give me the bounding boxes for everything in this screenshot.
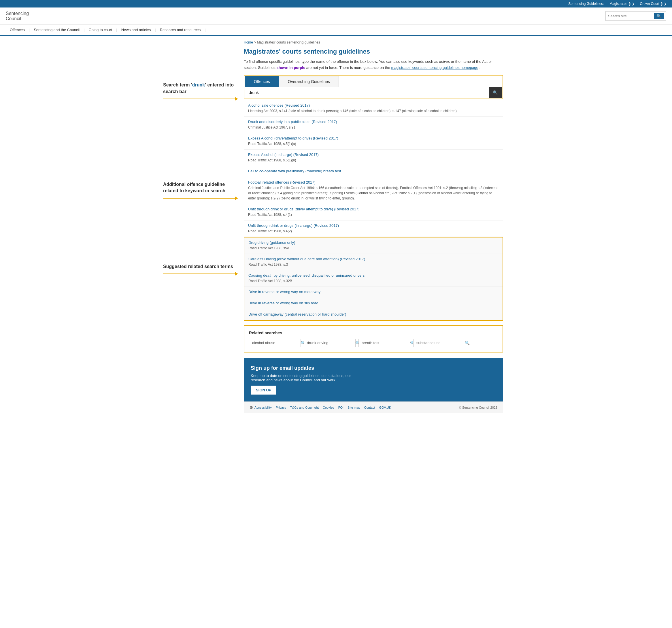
add-offence-desc-2: Road Traffic Act 1988, s.3 bbox=[248, 262, 499, 267]
breadcrumb: Home > Magistrates' courts sentencing gu… bbox=[244, 40, 503, 44]
related-item-4: 🔍 bbox=[413, 339, 465, 347]
offence-desc-3: Road Traffic Act 1988, s.5(1)(a) bbox=[248, 141, 499, 146]
offence-item-3: Excess Alcohol (drive/attempt to drive) … bbox=[244, 133, 503, 150]
footer-cookies[interactable]: Cookies bbox=[323, 406, 334, 409]
offence-link-7[interactable]: Unfit through drink or drugs (drive/ att… bbox=[248, 207, 499, 211]
site-search-button[interactable]: 🔍 bbox=[654, 13, 664, 19]
intro-period: . bbox=[479, 66, 480, 70]
footer-foi[interactable]: FOI bbox=[338, 406, 343, 409]
annotation-1: Search term 'drunk' entered into search … bbox=[163, 82, 238, 101]
related-input-4[interactable] bbox=[416, 341, 465, 345]
gear-icon[interactable]: ⚙ bbox=[249, 405, 253, 410]
breadcrumb-current: Magistrates' courts sentencing guideline… bbox=[257, 40, 320, 44]
related-searches: Related searches 🔍 🔍 🔍 🔍 bbox=[244, 325, 503, 353]
offence-desc-6: Criminal Justice and Public Order Act 19… bbox=[248, 185, 499, 201]
breadcrumb-home[interactable]: Home bbox=[244, 40, 253, 44]
add-offence-link-5[interactable]: Drive in reverse or wrong way on slip ro… bbox=[248, 301, 499, 305]
footer-left: ⚙ Accessibility Privacy T&Cs and Copyrig… bbox=[249, 405, 394, 410]
page-wrapper: Search term 'drunk' entered into search … bbox=[163, 36, 509, 418]
signup-bar: Sign up for email updates Keep up to dat… bbox=[244, 358, 503, 402]
footer-sitemap[interactable]: Site map bbox=[347, 406, 360, 409]
annotations-panel: Search term 'drunk' entered into search … bbox=[163, 36, 238, 418]
offence-item-2: Drunk and disorderly in a public place (… bbox=[244, 117, 503, 133]
offence-desc-2: Criminal Justice Act 1967, s.91 bbox=[248, 125, 499, 130]
offence-list: Alcohol sale offences (Revised 2017) Lic… bbox=[244, 100, 503, 237]
crown-court-link[interactable]: Crown Court ❯ bbox=[640, 2, 666, 6]
ann3-arrow-head bbox=[235, 272, 238, 275]
related-input-1[interactable] bbox=[252, 341, 301, 345]
footer-contact[interactable]: Contact bbox=[364, 406, 375, 409]
related-search-btn-4[interactable]: 🔍 bbox=[465, 341, 470, 345]
ann1-highlight: drunk bbox=[192, 82, 205, 87]
offence-item-6: Football related offences (Revised 2017)… bbox=[244, 177, 503, 204]
nav-offences[interactable]: Offences bbox=[6, 25, 29, 35]
signup-button[interactable]: SIGN UP bbox=[251, 386, 277, 394]
related-input-2[interactable] bbox=[307, 341, 355, 345]
intro-bold: shown in purple bbox=[277, 66, 305, 70]
add-offence-link-2[interactable]: Careless Driving (drive without due care… bbox=[248, 257, 499, 261]
related-input-3[interactable] bbox=[362, 341, 410, 345]
header: Sentencing Council 🔍 bbox=[0, 7, 672, 25]
related-item-2: 🔍 bbox=[304, 339, 356, 347]
offence-item-8: Unfit through drink or drugs (in charge)… bbox=[244, 220, 503, 237]
add-offence-5: Drive in reverse or wrong way on slip ro… bbox=[244, 298, 503, 309]
logo-line1: Sentencing bbox=[6, 11, 29, 16]
nav-sep5: | bbox=[205, 28, 206, 32]
ann1-arrow-line bbox=[163, 99, 235, 99]
intro-link[interactable]: magistrates' courts sentencing guideline… bbox=[391, 66, 478, 70]
footer-govuk[interactable]: GOV.UK bbox=[379, 406, 391, 409]
page-title: Magistrates' courts sentencing guideline… bbox=[244, 48, 503, 55]
offence-item-7: Unfit through drink or drugs (drive/ att… bbox=[244, 204, 503, 220]
add-offence-link-6[interactable]: Drive off carriageway (central reservati… bbox=[248, 312, 499, 316]
offence-item-4: Excess Alcohol (in charge) (Revised 2017… bbox=[244, 150, 503, 166]
ann3-arrow-line bbox=[163, 273, 235, 274]
footer-tcs[interactable]: T&Cs and Copyright bbox=[290, 406, 319, 409]
ann2-text: Additional offence guideline related to … bbox=[163, 181, 238, 194]
top-bar-label: Sentencing Guidelines: bbox=[568, 2, 604, 6]
nav-sentencing-council[interactable]: Sentencing and the Council bbox=[30, 25, 83, 35]
intro-italic: knives bbox=[439, 59, 450, 64]
offence-link-4[interactable]: Excess Alcohol (in charge) (Revised 2017… bbox=[248, 152, 499, 157]
nav-research[interactable]: Research and resources bbox=[156, 25, 205, 35]
tab-offences[interactable]: Offences bbox=[245, 76, 279, 87]
top-bar: Sentencing Guidelines: Magistrates ❯ Cro… bbox=[0, 0, 672, 7]
offence-link-5[interactable]: Fail to co-operate with preliminary (roa… bbox=[248, 169, 499, 173]
offence-search-button[interactable]: 🔍 bbox=[489, 87, 502, 98]
nav-going-to-court[interactable]: Going to court bbox=[85, 25, 116, 35]
offence-item-5: Fail to co-operate with preliminary (roa… bbox=[244, 166, 503, 177]
related-item-1: 🔍 bbox=[249, 339, 301, 347]
related-item-3: 🔍 bbox=[358, 339, 410, 347]
intro-paragraph: To find offence specific guidelines, typ… bbox=[244, 59, 503, 71]
tabs-search-highlight: Offences Overarching Guidelines 🔍 bbox=[244, 75, 503, 99]
add-offence-link-1[interactable]: Drug driving (guidance only) bbox=[248, 240, 499, 245]
signup-desc: Keep up to date on sentencing guidelines… bbox=[251, 373, 360, 382]
offence-link-1[interactable]: Alcohol sale offences (Revised 2017) bbox=[248, 103, 499, 107]
signup-title: Sign up for email updates bbox=[251, 365, 496, 371]
offence-link-8[interactable]: Unfit through drink or drugs (in charge)… bbox=[248, 223, 499, 228]
footer-privacy[interactable]: Privacy bbox=[276, 406, 286, 409]
site-search-input[interactable] bbox=[608, 14, 654, 18]
offence-link-2[interactable]: Drunk and disorderly in a public place (… bbox=[248, 120, 499, 124]
offence-desc-4: Road Traffic Act 1988, s.5(1)(b) bbox=[248, 158, 499, 163]
annotation-3: Suggested related search terms bbox=[163, 263, 238, 275]
ann1-text: Search term 'drunk' entered into search … bbox=[163, 82, 238, 95]
tab-overarching[interactable]: Overarching Guidelines bbox=[279, 76, 339, 87]
intro-text-3: are not yet in force. There is more guid… bbox=[306, 66, 390, 70]
ann1-arrow-head bbox=[235, 97, 238, 101]
ann3-text: Suggested related search terms bbox=[163, 263, 238, 270]
nav-news[interactable]: News and articles bbox=[117, 25, 155, 35]
related-searches-title: Related searches bbox=[249, 331, 498, 335]
ann3-arrow bbox=[163, 272, 238, 275]
magistrates-link[interactable]: Magistrates ❯ bbox=[609, 2, 634, 6]
add-offence-link-3[interactable]: Causing death by driving: unlicensed, di… bbox=[248, 273, 499, 277]
offence-link-3[interactable]: Excess Alcohol (drive/attempt to drive) … bbox=[248, 136, 499, 140]
offence-link-6[interactable]: Football related offences (Revised 2017) bbox=[248, 180, 499, 185]
logo: Sentencing Council bbox=[6, 11, 29, 21]
add-offence-3: Causing death by driving: unlicensed, di… bbox=[244, 270, 503, 287]
footer-accessibility[interactable]: Accessibility bbox=[255, 406, 272, 409]
offence-search-input[interactable] bbox=[245, 87, 489, 98]
add-offence-link-4[interactable]: Drive in reverse or wrong way on motorwa… bbox=[248, 290, 499, 294]
additional-offence-list: Drug driving (guidance only) Road Traffi… bbox=[244, 238, 503, 320]
additional-offences-box: Drug driving (guidance only) Road Traffi… bbox=[244, 237, 503, 321]
footer: ⚙ Accessibility Privacy T&Cs and Copyrig… bbox=[244, 402, 503, 413]
